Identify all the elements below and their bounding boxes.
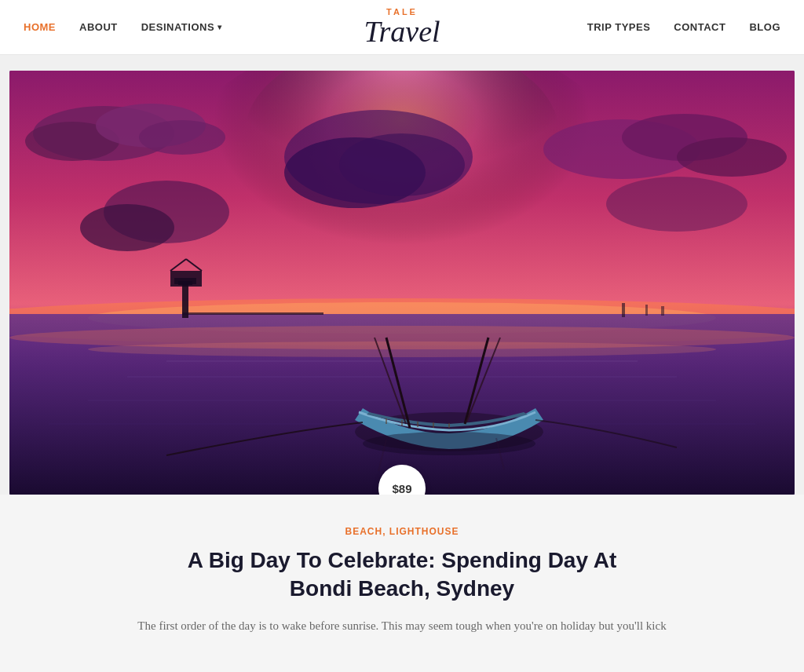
- category-tags: BEACH, LIGHTHOUSE: [9, 526, 795, 537]
- hero-scene-svg: [9, 71, 795, 495]
- nav-item-destinations[interactable]: DESINATIONS ▾: [141, 21, 222, 33]
- nav-left: HOME ABOUT DESINATIONS ▾: [24, 21, 222, 33]
- article-title: A Big Day To Celebrate: Spending Day At …: [166, 546, 638, 604]
- hero-image: $89: [9, 71, 795, 495]
- svg-point-14: [606, 177, 747, 232]
- nav-item-blog[interactable]: BLOG: [749, 21, 780, 33]
- svg-rect-31: [182, 312, 323, 315]
- svg-point-11: [677, 137, 787, 177]
- chevron-down-icon: ▾: [217, 23, 222, 31]
- article-excerpt: The first order of the day is to wake be…: [127, 616, 677, 635]
- navbar: HOME ABOUT DESINATIONS ▾ TALE Travel TRI…: [0, 0, 804, 55]
- nav-item-about[interactable]: ABOUT: [79, 21, 118, 33]
- svg-rect-32: [622, 303, 625, 317]
- svg-point-20: [88, 341, 716, 357]
- svg-rect-28: [170, 271, 202, 287]
- site-logo[interactable]: TALE Travel: [364, 8, 440, 46]
- svg-point-8: [139, 120, 225, 155]
- logo-travel: Travel: [364, 15, 440, 48]
- svg-rect-33: [645, 305, 648, 316]
- hero-wrapper: $89: [0, 55, 804, 495]
- nav-right: TRIP TYPES CONTACT BLOG: [587, 21, 780, 33]
- nav-item-home[interactable]: HOME: [24, 21, 56, 33]
- svg-point-17: [339, 133, 465, 196]
- svg-point-13: [80, 204, 174, 251]
- content-section: BEACH, LIGHTHOUSE A Big Day To Celebrate…: [0, 495, 804, 659]
- svg-point-45: [363, 432, 535, 455]
- nav-item-contact[interactable]: CONTACT: [674, 21, 725, 33]
- svg-rect-34: [661, 306, 664, 316]
- nav-item-trip-types[interactable]: TRIP TYPES: [587, 21, 651, 33]
